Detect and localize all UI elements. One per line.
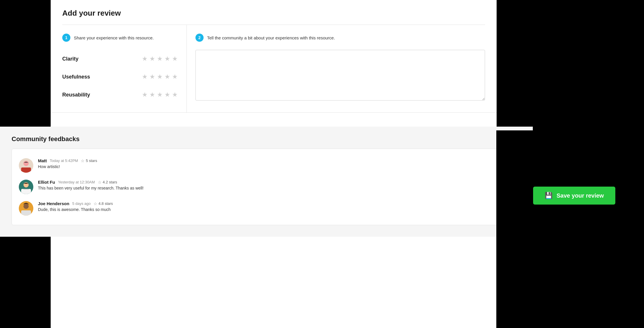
add-review-title: Add your review <box>62 9 485 18</box>
star-4[interactable]: ★ <box>164 73 170 81</box>
step2-text: Tell the community a bit about your expe… <box>207 35 335 40</box>
stars-usefulness[interactable]: ★ ★ ★ ★ ★ <box>142 73 178 81</box>
feedback-name-elliot: Elliot Fu <box>38 180 55 185</box>
star-5[interactable]: ★ <box>172 73 178 81</box>
feedback-name-matt: Matt <box>38 158 47 163</box>
feedback-stars-elliot: ☆ 4.2 stars <box>98 180 117 185</box>
step1-header: 1 Share your experience with this resour… <box>62 34 178 42</box>
black-right-panel <box>496 130 644 328</box>
stars-reusability[interactable]: ★ ★ ★ ★ ★ <box>142 91 178 99</box>
feedback-meta-matt: Matt Today at 5:42PM ☆ 5 stars <box>38 158 514 163</box>
svg-rect-6 <box>21 189 31 194</box>
star-1[interactable]: ★ <box>142 91 148 99</box>
feedback-stars-value-joe: 4.8 stars <box>98 201 113 206</box>
feedback-time-matt: Today at 5:42PM <box>50 158 78 163</box>
step1-badge: 1 <box>62 34 70 42</box>
rating-row-usefulness: Usefulness ★ ★ ★ ★ ★ <box>62 68 178 86</box>
star-3[interactable]: ★ <box>157 55 163 63</box>
feedback-meta-elliot: Elliot Fu Yesterday at 12:30AM ☆ 4.2 sta… <box>38 180 514 185</box>
star-4[interactable]: ★ <box>164 91 170 99</box>
save-icon: 💾 <box>545 192 552 199</box>
rating-label-usefulness: Usefulness <box>62 74 90 80</box>
feedback-text-joe: Dude, this is awesome. Thanks so much <box>38 207 514 212</box>
community-title: Community feedbacks <box>12 135 521 143</box>
star-2[interactable]: ★ <box>149 55 155 63</box>
avatar-elliot <box>19 180 33 194</box>
star-3[interactable]: ★ <box>157 73 163 81</box>
star-icon-matt: ☆ <box>81 158 85 163</box>
feedback-stars-joe: ☆ 4.8 stars <box>94 201 113 206</box>
star-5[interactable]: ★ <box>172 91 178 99</box>
feedback-meta-joe: Joe Henderson 5 days ago ☆ 4.8 stars <box>38 201 514 206</box>
star-3[interactable]: ★ <box>157 91 163 99</box>
star-icon-joe: ☆ <box>94 201 97 206</box>
star-2[interactable]: ★ <box>149 91 155 99</box>
svg-point-9 <box>23 204 29 209</box>
feedback-item-elliot: Elliot Fu Yesterday at 12:30AM ☆ 4.2 sta… <box>19 176 514 198</box>
star-2[interactable]: ★ <box>149 73 155 81</box>
feedback-item-matt: Matt Today at 5:42PM ☆ 5 stars How artis… <box>19 155 514 176</box>
stars-clarity[interactable]: ★ ★ ★ ★ ★ <box>142 55 178 63</box>
feedback-name-joe: Joe Henderson <box>38 201 69 206</box>
review-columns: 1 Share your experience with this resour… <box>62 25 485 112</box>
svg-point-3 <box>23 161 29 166</box>
star-4[interactable]: ★ <box>164 55 170 63</box>
svg-rect-10 <box>21 210 31 216</box>
review-col-left: 1 Share your experience with this resour… <box>62 25 187 112</box>
community-section: Community feedbacks Matt Today at 5:42PM <box>0 127 533 237</box>
review-col-right: 2 Tell the community a bit about your ex… <box>187 25 485 112</box>
feedback-body-elliot: Elliot Fu Yesterday at 12:30AM ☆ 4.2 sta… <box>38 180 514 190</box>
step1-text: Share your experience with this resource… <box>74 35 154 40</box>
feedback-time-elliot: Yesterday at 12:30AM <box>58 180 95 184</box>
add-review-section: Add your review 1 Share your experience … <box>51 0 497 113</box>
feedback-item-joe: Joe Henderson 5 days ago ☆ 4.8 stars Dud… <box>19 198 514 219</box>
star-1[interactable]: ★ <box>142 73 148 81</box>
feedback-time-joe: 5 days ago <box>72 201 91 206</box>
rating-label-reusability: Reusability <box>62 92 90 98</box>
feedback-stars-matt: ☆ 5 stars <box>81 158 97 163</box>
step2-badge: 2 <box>195 34 204 42</box>
step2-header: 2 Tell the community a bit about your ex… <box>195 34 485 42</box>
feedback-text-elliot: This has been very useful for my researc… <box>38 186 514 190</box>
star-icon-elliot: ☆ <box>98 180 102 185</box>
feedbacks-card: Matt Today at 5:42PM ☆ 5 stars How artis… <box>12 149 521 225</box>
rating-row-reusability: Reusability ★ ★ ★ ★ ★ <box>62 86 178 104</box>
svg-rect-2 <box>21 167 31 173</box>
rating-label-clarity: Clarity <box>62 56 78 62</box>
feedback-stars-value-matt: 5 stars <box>86 158 97 163</box>
feedback-body-matt: Matt Today at 5:42PM ☆ 5 stars How artis… <box>38 158 514 169</box>
feedback-stars-value-elliot: 4.2 stars <box>103 180 117 184</box>
avatar-matt <box>19 158 33 173</box>
svg-rect-7 <box>23 189 29 189</box>
feedback-body-joe: Joe Henderson 5 days ago ☆ 4.8 stars Dud… <box>38 201 514 212</box>
avatar-joe <box>19 201 33 216</box>
save-button-label: Save your review <box>557 192 604 199</box>
feedback-text-matt: How artistic! <box>38 164 514 169</box>
black-left-panel <box>0 0 51 122</box>
save-review-button[interactable]: 💾 Save your review <box>533 187 615 205</box>
rating-row-clarity: Clarity ★ ★ ★ ★ ★ <box>62 50 178 68</box>
star-5[interactable]: ★ <box>172 55 178 63</box>
star-1[interactable]: ★ <box>142 55 148 63</box>
save-button-wrapper: 💾 Save your review <box>533 187 615 205</box>
review-textarea[interactable] <box>195 50 485 101</box>
